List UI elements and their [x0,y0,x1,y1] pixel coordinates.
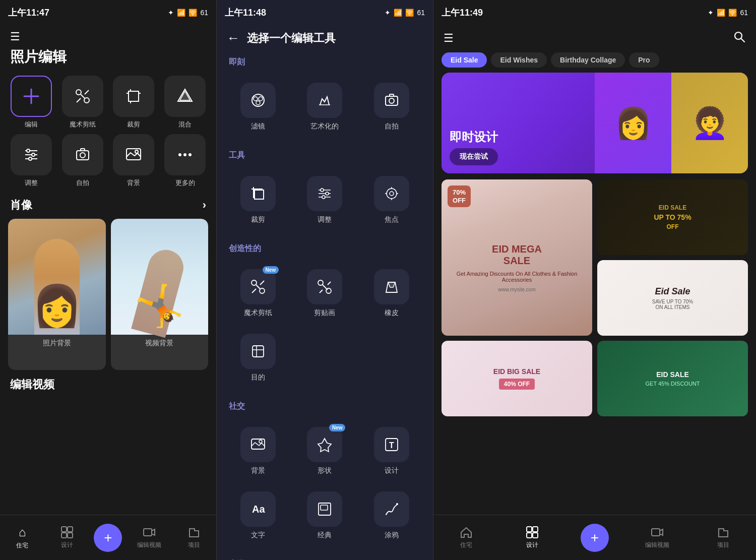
portrait-card-video[interactable]: 视频背景 [111,219,209,370]
svg-line-5 [77,98,81,102]
tool-item-blend[interactable]: 混合 [162,76,208,129]
svg-point-35 [259,97,263,101]
svg-point-47 [321,189,324,192]
video-bg-label: 视频背景 [111,335,209,350]
doodle-label: 涂鸦 [385,531,399,540]
status-bar-3: 上午11:49 ✦ 📶 🛜 61 [433,0,756,25]
section-label-university: 大学 [217,552,433,560]
tool-item-selfie[interactable]: 自拍 [59,134,106,188]
section-label-social: 社交 [217,394,433,415]
template-eid-cosmetics[interactable]: Eid Sale SAVE UP TO 70%ON ALL ITEMS [597,260,748,336]
portrait-card-photo[interactable]: 照片背景 [8,219,106,370]
p2-scroll-area[interactable]: 即刻 滤镜 [217,50,433,560]
tool-adjust-2[interactable]: 调整 [291,168,358,232]
portrait-title-text: 肖像 [10,198,32,213]
social-tool-grid: 背景 New 形状 T 设计 [217,415,433,552]
tool-item-edit[interactable]: 编辑 [8,76,54,129]
wifi-icon-2: 🛜 [405,9,414,17]
selfie-icon-2 [374,83,409,118]
eid-green-title: EID SALE [656,370,689,379]
tab-eid-wishes[interactable]: Eid Wishes [491,52,547,68]
svg-rect-77 [321,505,328,510]
tool-item-magic[interactable]: 魔术剪纸 [59,76,106,129]
tool-bg-social[interactable]: 背景 [225,419,291,483]
tool-item-crop[interactable]: 裁剪 [111,76,157,129]
focus-icon [374,176,409,211]
tab-eid-sale[interactable]: Eid Sale [442,52,487,68]
tool-selfie-2[interactable]: 自拍 [358,75,425,139]
bluetooth-icon-2: ✦ [385,9,391,17]
status-icons-3: ✦ 📶 🛜 61 [708,9,748,17]
back-button[interactable]: ← [227,30,240,46]
eid-mega-off: OFF [453,197,466,205]
eid-mega-url: www.mysite.com [498,287,535,292]
template-eid-mega[interactable]: 70% OFF EID MEGASALE Get Amazing Discoun… [442,179,592,336]
p3-hamburger-icon[interactable]: ☰ [444,32,454,45]
tab-birthday-collage[interactable]: Birthday Collage [551,52,625,68]
svg-point-51 [390,192,394,196]
p3-featured-banner[interactable]: 即时设计 现在尝试 👩 👩‍🦱 [442,73,748,173]
tool-classic[interactable]: 经典 [291,483,358,548]
filter-label: 滤镜 [251,122,265,131]
tool-purpose[interactable]: 目的 [225,326,291,390]
section-label-creative: 创造性的 [217,236,433,257]
filter-icon [240,83,276,118]
tool-artistic[interactable]: 艺术化的 [291,75,358,139]
section-label-tools: 工具 [217,143,433,164]
tool-focus[interactable]: 焦点 [358,168,425,232]
tool-collage[interactable]: 剪贴画 [291,261,358,326]
banner-try-button[interactable]: 现在尝试 [450,148,498,165]
tool-icon-magic [62,76,103,117]
nav-design-1[interactable]: 设计 [49,526,85,549]
banner-title: 即时设计 [450,129,498,145]
tool-eraser[interactable]: 橡皮 [358,261,425,326]
nav-video-1[interactable]: 编辑视频 [132,526,167,549]
tool-doodle[interactable]: 涂鸦 [358,483,425,548]
tool-shape[interactable]: New 形状 [291,419,358,483]
svg-text:T: T [389,441,394,450]
tool-filter[interactable]: 滤镜 [225,75,291,139]
tool-item-background[interactable]: 背景 [111,134,157,188]
nav-video-3[interactable]: 编辑视频 [640,526,675,549]
template-eid-dark[interactable]: EID SALE UP TO 75% OFF [597,179,748,255]
portrait-arrow[interactable]: › [203,199,206,212]
tool-item-more[interactable]: 更多的 [162,134,208,188]
banner-decoration: 👩 👩‍🦱 [595,73,748,173]
artistic-label: 艺术化的 [310,122,339,131]
svg-point-18 [32,153,35,156]
photo-bg-label: 照片背景 [8,335,106,350]
tool-design-text[interactable]: T 设计 [358,419,425,483]
svg-point-3 [84,98,89,103]
new-badge-shape: New [329,424,346,431]
eid-dark-pct: UP TO 75% [654,213,691,221]
tool-label-blend: 混合 [178,120,192,129]
nav-projects-3[interactable]: 项目 [706,526,741,549]
nav-design-3[interactable]: 设计 [515,526,550,549]
tool-item-adjust[interactable]: 调整 [8,134,54,188]
tab-pro[interactable]: Pro [629,52,659,68]
magic-scissors-label: 魔术剪纸 [244,308,272,318]
nav-projects-1[interactable]: 项目 [176,526,212,549]
template-eid-green[interactable]: EID SALE GET 45% DISCOUNT [597,341,748,416]
tool-magic-scissors[interactable]: New 魔术剪纸 [225,261,291,326]
nav-plus-3[interactable]: + [581,524,609,552]
tool-crop-2[interactable]: 裁剪 [225,168,291,232]
p3-search-icon[interactable] [733,30,746,46]
nav-home-1[interactable]: ⌂ 住宅 [5,525,40,550]
crop-icon-2 [240,176,276,211]
tool-icon-background [113,134,154,175]
svg-point-2 [76,90,81,95]
p3-scroll-area[interactable]: 即时设计 现在尝试 👩 👩‍🦱 70% OFF [433,73,756,560]
tool-text[interactable]: Aa 文字 [225,483,291,548]
bottom-nav-3: 住宅 设计 + 编辑视频 项目 [433,515,756,560]
tool-icon-crop [113,76,154,117]
nav-home-3[interactable]: 住宅 [449,526,484,549]
template-grid: 70% OFF EID MEGASALE Get Amazing Discoun… [433,179,756,467]
bottom-nav-1: ⌂ 住宅 设计 + 编辑视频 项目 [0,515,216,560]
nav-plus-1[interactable]: + [94,524,122,552]
template-eid-big[interactable]: EID BIG SALE 40% OFF [442,341,592,416]
eid-dark-off: OFF [667,223,679,230]
hamburger-icon[interactable]: ☰ [10,30,20,43]
tool-label-magic: 魔术剪纸 [70,120,96,129]
eid-mega-pct: 70% [453,189,466,197]
